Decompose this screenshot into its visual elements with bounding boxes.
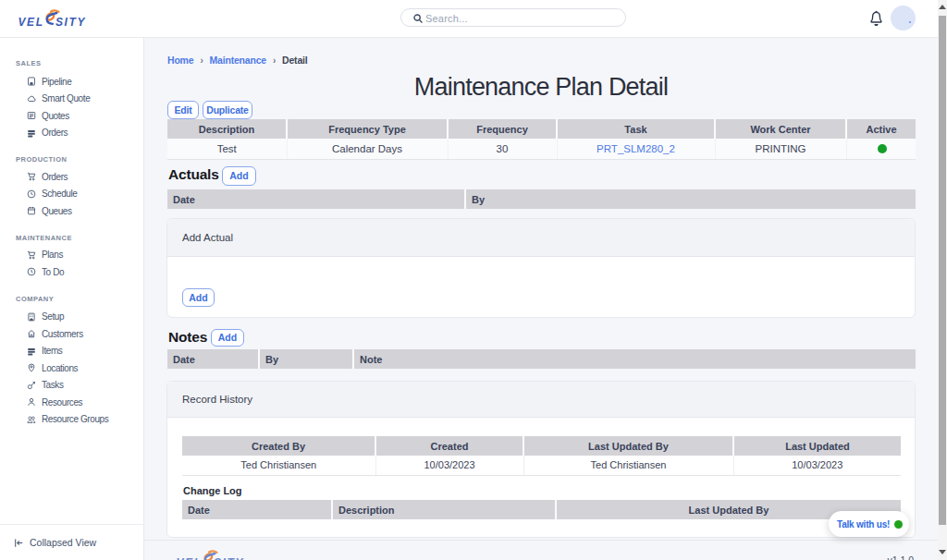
svg-text:VEL: VEL	[177, 556, 203, 560]
svg-text:SITY: SITY	[55, 16, 86, 29]
svg-text:SITY: SITY	[214, 556, 244, 560]
svg-text:VEL: VEL	[18, 16, 44, 29]
